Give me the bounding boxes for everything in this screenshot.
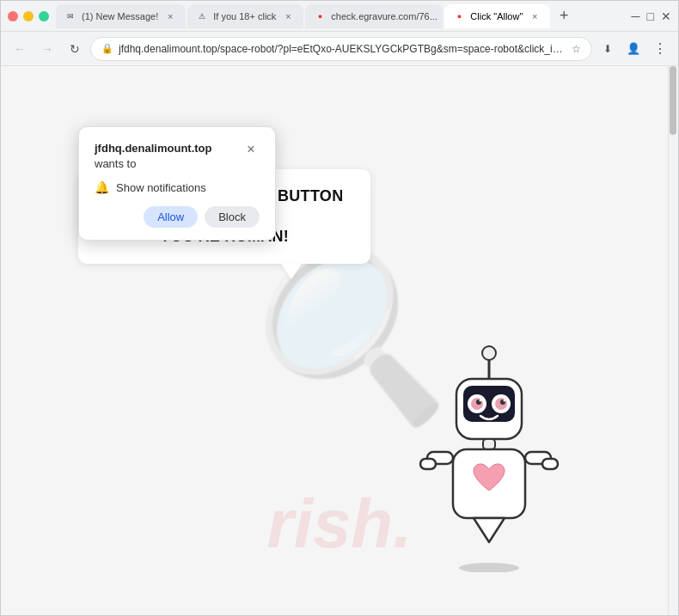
tab-favicon: ✉ <box>64 10 76 22</box>
svg-point-1 <box>482 346 496 360</box>
lock-icon: 🔒 <box>101 43 113 54</box>
profile-button[interactable]: 👤 <box>621 37 645 61</box>
tab-click-allow[interactable]: ● Click "Allow" × <box>444 4 550 28</box>
tab-title: If you 18+ click <box>213 11 276 21</box>
window-maximize-icon[interactable]: □ <box>647 9 654 23</box>
tab-favicon: ⚠ <box>196 10 208 22</box>
tab-check-egravure[interactable]: ● check.egravure.com/76... × <box>305 4 443 28</box>
svg-rect-17 <box>542 459 558 469</box>
svg-point-11 <box>504 399 506 402</box>
svg-rect-15 <box>420 459 436 469</box>
popup-buttons: Allow Block <box>95 206 260 228</box>
back-button[interactable]: ← <box>8 37 32 61</box>
popup-wants-to: wants to <box>95 157 136 170</box>
url-text: jfdhq.denalimount.top/space-robot/?pl=eE… <box>119 43 566 55</box>
tab-favicon: ● <box>453 10 465 22</box>
download-button[interactable]: ⬇ <box>596 37 620 61</box>
block-button[interactable]: Block <box>205 206 260 228</box>
notification-row: 🔔 Show notifications <box>95 180 260 194</box>
svg-rect-12 <box>483 439 495 449</box>
tab-title: check.egravure.com/76... <box>331 11 437 21</box>
popup-close-button[interactable]: × <box>242 141 260 158</box>
tab-18plus[interactable]: ⚠ If you 18+ click × <box>187 4 303 28</box>
browser-window: ✉ (1) New Message! × ⚠ If you 18+ click … <box>0 0 679 616</box>
robot-svg <box>403 332 575 572</box>
bell-icon: 🔔 <box>95 180 109 194</box>
notification-popup: jfdhq.denalimount.top wants to × 🔔 Show … <box>78 126 276 241</box>
nav-bar: ← → ↻ 🔒 jfdhq.denalimount.top/space-robo… <box>1 32 678 66</box>
menu-button[interactable]: ⋮ <box>647 37 671 61</box>
bookmark-icon[interactable]: ☆ <box>572 43 581 55</box>
window-close-button[interactable] <box>8 11 18 21</box>
tabs-bar: ✉ (1) New Message! × ⚠ If you 18+ click … <box>56 4 625 28</box>
svg-point-10 <box>480 399 482 402</box>
window-minimize-icon[interactable]: ─ <box>632 9 640 23</box>
window-controls <box>8 11 49 21</box>
tab-title: Click "Allow" <box>470 11 523 21</box>
tab-close-button[interactable]: × <box>281 9 295 23</box>
allow-button[interactable]: Allow <box>144 206 198 228</box>
title-bar: ✉ (1) New Message! × ⚠ If you 18+ click … <box>1 1 678 32</box>
robot-illustration <box>403 332 592 589</box>
forward-button[interactable]: → <box>35 37 59 61</box>
scrollbar-thumb[interactable] <box>670 66 676 135</box>
popup-title: jfdhq.denalimount.top wants to <box>95 141 242 172</box>
nav-right-buttons: ⬇ 👤 ⋮ <box>596 37 671 61</box>
new-tab-button[interactable]: + <box>552 4 576 28</box>
window-close-icon[interactable]: ✕ <box>661 9 671 23</box>
popup-domain: jfdhq.denalimount.top <box>95 142 211 155</box>
address-bar[interactable]: 🔒 jfdhq.denalimount.top/space-robot/?pl=… <box>90 37 592 61</box>
page-content: 🔍 rish. jfdhq.denalimount.top wants to ×… <box>1 66 678 615</box>
scrollbar[interactable] <box>668 66 678 615</box>
popup-header: jfdhq.denalimount.top wants to × <box>95 141 260 172</box>
reload-button[interactable]: ↻ <box>63 37 87 61</box>
svg-point-18 <box>459 563 519 572</box>
tab-new-message[interactable]: ✉ (1) New Message! × <box>56 4 186 28</box>
tab-close-button[interactable]: × <box>528 9 541 23</box>
window-maximize-button[interactable] <box>39 11 49 21</box>
notification-label: Show notifications <box>116 181 206 194</box>
tab-favicon: ● <box>314 10 326 22</box>
tab-close-button[interactable]: × <box>163 9 177 23</box>
window-minimize-button[interactable] <box>23 11 34 21</box>
tab-title: (1) New Message! <box>82 11 158 21</box>
